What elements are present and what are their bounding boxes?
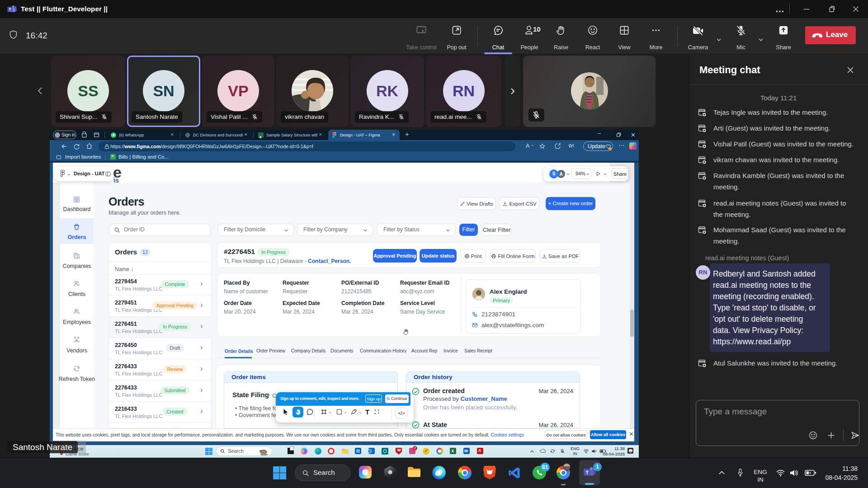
svg-text:T: T <box>9 7 12 12</box>
svg-text:T: T <box>585 470 589 475</box>
